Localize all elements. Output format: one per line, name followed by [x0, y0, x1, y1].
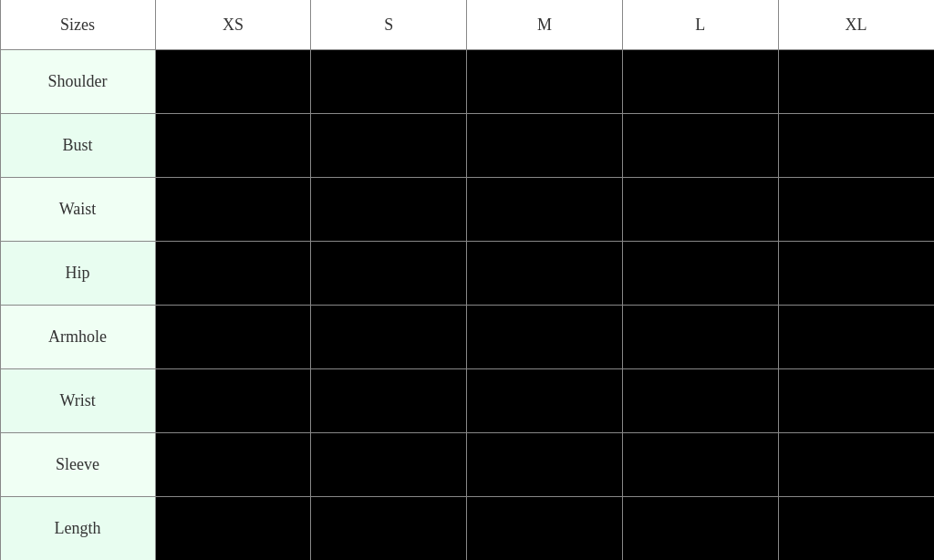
data-cell — [778, 306, 934, 369]
l-header: L — [622, 0, 778, 50]
data-cell — [311, 369, 467, 433]
data-cell — [622, 369, 778, 433]
data-cell — [778, 114, 934, 178]
data-cell — [311, 178, 467, 242]
table-row: Sleeve — [0, 433, 934, 497]
data-cell — [155, 178, 311, 242]
data-cell — [622, 178, 778, 242]
row-label: Armhole — [0, 306, 155, 369]
data-cell — [778, 242, 934, 306]
data-cell — [778, 433, 934, 497]
row-label: Length — [0, 497, 155, 561]
data-cell — [467, 306, 623, 369]
row-label: Sleeve — [0, 433, 155, 497]
row-label: Hip — [0, 242, 155, 306]
data-cell — [778, 178, 934, 242]
data-cell — [311, 433, 467, 497]
data-cell — [622, 306, 778, 369]
data-cell — [155, 497, 311, 561]
data-cell — [467, 242, 623, 306]
data-cell — [778, 50, 934, 114]
data-cell — [155, 114, 311, 178]
row-label: Shoulder — [0, 50, 155, 114]
data-cell — [311, 114, 467, 178]
data-cell — [778, 497, 934, 561]
m-header: M — [467, 0, 623, 50]
data-cell — [467, 114, 623, 178]
row-label: Waist — [0, 178, 155, 242]
data-cell — [311, 50, 467, 114]
data-cell — [155, 306, 311, 369]
data-cell — [155, 369, 311, 433]
size-chart-container: Sizes XS S M L XL ShoulderBustWaistHipAr… — [0, 0, 934, 560]
data-cell — [467, 178, 623, 242]
data-cell — [467, 497, 623, 561]
table-row: Wrist — [0, 369, 934, 433]
size-chart-table: Sizes XS S M L XL ShoulderBustWaistHipAr… — [0, 0, 934, 560]
table-row: Bust — [0, 114, 934, 178]
s-header: S — [311, 0, 467, 50]
data-cell — [155, 242, 311, 306]
table-row: Length — [0, 497, 934, 561]
data-cell — [622, 114, 778, 178]
data-cell — [622, 497, 778, 561]
table-row: Hip — [0, 242, 934, 306]
data-cell — [778, 369, 934, 433]
table-row: Armhole — [0, 306, 934, 369]
header-row: Sizes XS S M L XL — [0, 0, 934, 50]
data-cell — [622, 242, 778, 306]
xl-header: XL — [778, 0, 934, 50]
data-cell — [155, 50, 311, 114]
data-cell — [155, 433, 311, 497]
data-cell — [311, 242, 467, 306]
xs-header: XS — [155, 0, 311, 50]
sizes-header: Sizes — [0, 0, 155, 50]
data-cell — [467, 433, 623, 497]
data-cell — [622, 433, 778, 497]
row-label: Bust — [0, 114, 155, 178]
data-cell — [311, 306, 467, 369]
row-label: Wrist — [0, 369, 155, 433]
data-cell — [467, 369, 623, 433]
data-cell — [311, 497, 467, 561]
data-cell — [467, 50, 623, 114]
table-row: Shoulder — [0, 50, 934, 114]
table-row: Waist — [0, 178, 934, 242]
data-cell — [622, 50, 778, 114]
